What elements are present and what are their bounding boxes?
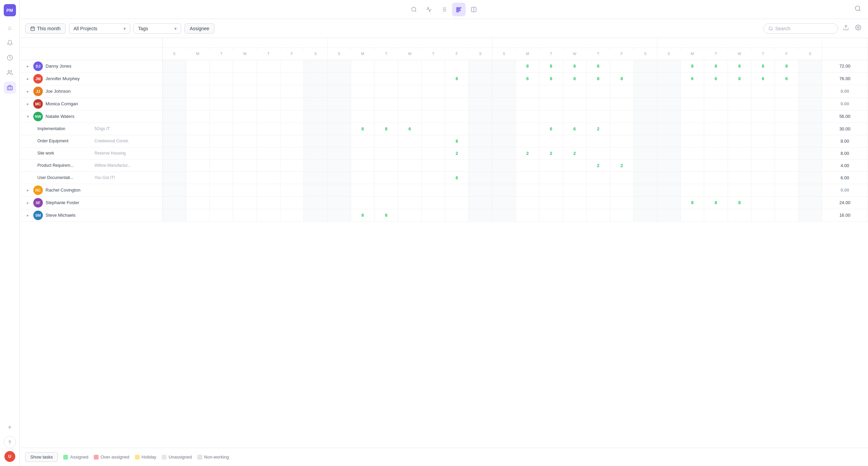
day-cell: 2 xyxy=(586,123,610,135)
day-cell xyxy=(610,85,633,97)
subtask-name-cell[interactable]: User Documentati... You Got IT! xyxy=(20,172,162,184)
day-cell xyxy=(398,172,421,184)
expand-icon[interactable]: ▾ xyxy=(25,114,31,119)
day-f1: F xyxy=(280,48,303,60)
day-cell xyxy=(186,60,209,72)
day-cell xyxy=(257,135,280,147)
sidebar-item-projects[interactable] xyxy=(4,82,16,94)
view-list-icon[interactable] xyxy=(437,3,451,16)
person-name-cell[interactable]: ▸ JM Jennifer Murphey xyxy=(20,72,162,85)
app-logo[interactable]: PM xyxy=(4,4,16,16)
expand-icon[interactable]: ▸ xyxy=(25,89,31,94)
day-cell xyxy=(563,97,586,110)
assignee-button[interactable]: Assignee xyxy=(185,23,214,34)
day-cell xyxy=(257,60,280,72)
person-name-cell[interactable]: ▸ SM Steve Michaels xyxy=(20,209,162,221)
day-cell xyxy=(610,123,633,135)
sidebar-item-time[interactable] xyxy=(4,52,16,64)
day-cell xyxy=(421,60,445,72)
day-cell xyxy=(798,184,822,196)
subtask-name-cell[interactable]: Order Equipment Creekwood Constr. xyxy=(20,135,162,147)
person-name-cell[interactable]: ▸ DJ Danny Jones xyxy=(20,60,162,72)
day-cell xyxy=(492,172,516,184)
day-cell xyxy=(728,135,751,147)
day-cell xyxy=(775,184,798,196)
view-grid-icon[interactable] xyxy=(407,3,421,16)
table-row: ▸ JJ Joe Johnson 0.00 xyxy=(20,85,868,97)
sidebar-item-people[interactable] xyxy=(4,67,16,79)
day-m2: M xyxy=(351,48,374,60)
day-f4: F xyxy=(775,48,798,60)
subtask-name-cell[interactable]: Implementation 5Gigs IT xyxy=(20,123,162,135)
settings-icon[interactable] xyxy=(854,23,863,34)
day-cell xyxy=(586,184,610,196)
day-cell: 8 xyxy=(375,123,398,135)
day-cell xyxy=(751,97,775,110)
export-icon[interactable] xyxy=(841,23,850,34)
person-name-cell[interactable]: ▸ MC Monica Corrigan xyxy=(20,97,162,110)
help-button[interactable]: ? xyxy=(4,436,16,448)
person-name-cell[interactable]: ▸ JJ Joe Johnson xyxy=(20,85,162,97)
total-cell: 8.00 xyxy=(822,147,868,159)
view-split-icon[interactable] xyxy=(467,3,481,16)
day-cell xyxy=(375,72,398,85)
search-box[interactable]: Search xyxy=(763,23,838,34)
view-gantt-icon[interactable] xyxy=(452,3,466,16)
day-cell xyxy=(516,97,539,110)
day-cell xyxy=(351,172,374,184)
expand-icon[interactable]: ▸ xyxy=(25,200,31,205)
day-cell xyxy=(775,159,798,172)
svg-point-1 xyxy=(8,70,10,72)
day-cell xyxy=(492,184,516,196)
day-cell xyxy=(162,110,186,123)
day-cell xyxy=(421,123,445,135)
show-tasks-button[interactable]: Show tasks xyxy=(25,452,58,462)
day-cell: 8 xyxy=(563,60,586,72)
view-chart-icon[interactable] xyxy=(422,3,436,16)
day-cell: 8 xyxy=(563,72,586,85)
overassigned-dot xyxy=(94,455,99,460)
expand-icon[interactable]: ▸ xyxy=(25,64,31,69)
tags-dropdown[interactable]: Tags ▾ xyxy=(134,23,181,34)
day-cell xyxy=(327,110,351,123)
day-cell xyxy=(516,135,539,147)
person-name: Jennifer Murphey xyxy=(46,76,80,81)
day-cell xyxy=(751,110,775,123)
day-cell: 8 xyxy=(539,72,563,85)
day-cell xyxy=(233,147,257,159)
add-button[interactable]: + xyxy=(4,421,16,433)
expand-icon[interactable]: ▸ xyxy=(25,187,31,193)
day-cell: 2 xyxy=(516,147,539,159)
day-cell xyxy=(728,110,751,123)
person-name-cell[interactable]: ▸ RC Rachel Covington xyxy=(20,184,162,196)
sidebar-item-notifications[interactable] xyxy=(4,37,16,49)
day-cell xyxy=(327,172,351,184)
person-name-cell[interactable]: ▸ SF Stephanie Foster xyxy=(20,196,162,209)
day-cell xyxy=(633,159,657,172)
user-avatar[interactable]: U xyxy=(4,451,15,462)
topbar-search-icon[interactable] xyxy=(852,2,864,16)
day-cell xyxy=(469,159,492,172)
avatar: SF xyxy=(33,198,43,208)
subtask-name-cell[interactable]: Site work Reserve Housing xyxy=(20,147,162,159)
this-month-button[interactable]: This month xyxy=(25,23,66,34)
all-projects-dropdown[interactable]: All Projects ▾ xyxy=(69,23,130,34)
expand-icon[interactable]: ▸ xyxy=(25,213,31,218)
day-cell xyxy=(351,60,374,72)
sidebar-item-home[interactable]: ⌂ xyxy=(4,22,16,34)
day-cell xyxy=(304,147,327,159)
day-cell xyxy=(751,123,775,135)
day-cell xyxy=(469,60,492,72)
subtask-name-cell[interactable]: Product Requirem... Willow Manufactur... xyxy=(20,159,162,172)
expand-icon[interactable]: ▸ xyxy=(25,76,31,82)
total-cell: 0.00 xyxy=(822,97,868,110)
expand-icon[interactable]: ▸ xyxy=(25,101,31,107)
day-cell: 6 xyxy=(516,72,539,85)
search-placeholder: Search xyxy=(775,26,790,31)
day-cell xyxy=(751,159,775,172)
day-cell xyxy=(375,172,398,184)
day-cell xyxy=(351,85,374,97)
day-cell xyxy=(516,196,539,209)
day-cell xyxy=(351,135,374,147)
person-name-cell[interactable]: ▾ NW Natalie Waters xyxy=(20,110,162,123)
